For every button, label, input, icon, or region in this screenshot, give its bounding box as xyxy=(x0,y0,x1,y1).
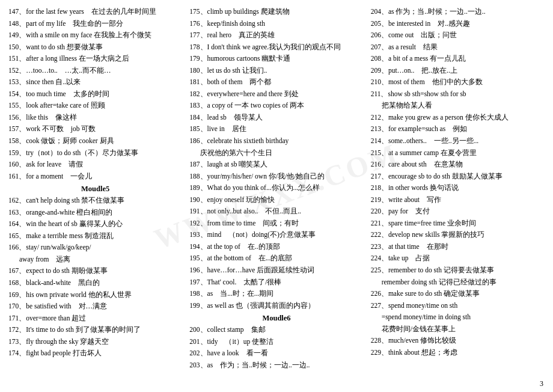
list-item: 174、fight bad people 打击坏人 xyxy=(8,348,182,360)
list-item: 228、much/even 修饰比较级 xyxy=(371,335,545,347)
list-item: 195、at the bottom of 在...的底部 xyxy=(189,253,363,265)
list-item: 152、…too…to.. …太..而不能… xyxy=(8,65,182,77)
list-item: 206、come out 出版；问世 xyxy=(371,29,545,41)
list-item: 192、from time to time 间或；有时 xyxy=(189,218,363,230)
list-item: 224、take up 占据 xyxy=(371,253,545,265)
list-item: 226、make sure to do sth 确定做某事 xyxy=(371,288,545,300)
list-item: 把某物给某人看 xyxy=(371,100,545,112)
list-item: 213、for example=such as 例如 xyxy=(371,123,545,135)
list-item: 179、humorous cartoons 幽默卡通 xyxy=(189,53,363,65)
list-item: 165、make a terrible mess 制造混乱 xyxy=(8,230,182,242)
list-item: 193、mind （not）doing(不)介意做某事 xyxy=(189,229,363,241)
module-title: Moudle5 xyxy=(8,185,182,194)
list-item: 198、as 当...时；在...期间 xyxy=(189,288,363,300)
list-item: 花费时间/金钱在某事上 xyxy=(371,323,545,335)
list-item: 215、at a summer camp 在夏令营里 xyxy=(371,147,545,159)
list-item: 157、work 不可数 job 可数 xyxy=(8,123,182,135)
page-number: 3 xyxy=(540,379,543,388)
list-item: 189、What do you think of...你认为...怎么样 xyxy=(189,182,363,194)
list-item: 177、real hero 真正的英雄 xyxy=(189,29,363,41)
list-item: 161、for a moment 一会儿 xyxy=(8,171,182,183)
list-item: 166、stay/ run/walk/go/keep/ xyxy=(8,242,182,254)
list-item: 214、some..others.. 一些..另一些... xyxy=(371,135,545,147)
list-item: 203、as 作为；当..时候；一边..一边.. xyxy=(189,360,363,372)
list-item: 156、like this 像这样 xyxy=(8,112,182,124)
list-item: 216、care about sth 在意某物 xyxy=(371,159,545,171)
list-item: 182、everywhere=here and there 到处 xyxy=(189,88,363,100)
list-item: 225、remember to do sth 记得要去做某事 xyxy=(371,265,545,277)
list-item: 194、at the top of 在..的顶部 xyxy=(189,241,363,253)
list-item: 212、make you grew as a person 使你长大成人 xyxy=(371,112,545,124)
list-item: 149、with a smile on my face 在我脸上有个微笑 xyxy=(8,29,182,41)
list-item: 183、a copy of 一本 two copies of 两本 xyxy=(189,100,363,112)
list-item: 188、your/my/his/her/ own 你/我/他/她自己的 xyxy=(189,171,363,183)
list-item: 176、keep/finish doing sth xyxy=(189,18,363,30)
list-item: 197、That' cool. 太酷了/很棒 xyxy=(189,277,363,289)
list-item: 172、It's time to do sth 到了做某事的时间了 xyxy=(8,324,182,336)
list-item: 209、put…on.. 把..放在..上 xyxy=(371,65,545,77)
list-item: 199、as well as 也（强调其前面的内容） xyxy=(189,300,363,312)
list-item: 153、since then 自..以来 xyxy=(8,76,182,88)
column-1: 147、for the last few years 在过去的几年时间里148、… xyxy=(8,6,186,371)
list-item: 200、collect stamp 集邮 xyxy=(189,324,363,336)
list-item: 207、as a result 结果 xyxy=(371,41,545,54)
list-item: 220、pay for 支付 xyxy=(371,206,545,218)
module-title: Moudle6 xyxy=(189,314,363,323)
column-2: 175、climb up buildings 爬建筑物176、keep/fini… xyxy=(186,6,367,371)
list-item: 170、be satisfied with 对…满意 xyxy=(8,301,182,313)
list-item: 185、live in 居住 xyxy=(189,123,363,135)
list-item: 222、develop new skills 掌握新的技巧 xyxy=(371,229,545,241)
list-item: 211、show sb sth=show sth for sb xyxy=(371,88,545,100)
list-item: 168、black-and-white 黑白的 xyxy=(8,277,182,289)
list-item: 227、spend money/time on sth xyxy=(371,300,545,312)
list-item: 167、expect to do sth 期盼做某事 xyxy=(8,265,182,277)
list-item: away from 远离 xyxy=(8,254,182,266)
list-item: 庆祝他的第六十个生日 xyxy=(189,147,363,159)
list-item: 218、in other words 换句话说 xyxy=(371,182,545,194)
list-item: 173、fly through the sky 穿越天空 xyxy=(8,336,182,348)
list-item: remember doing sth 记得已经做过的事 xyxy=(371,277,545,289)
list-item: 175、climb up buildings 爬建筑物 xyxy=(189,6,363,18)
list-item: 155、look after=take care of 照顾 xyxy=(8,100,182,112)
list-item: 159、try（not）to do sth（不）尽力做某事 xyxy=(8,147,182,159)
column-3: 204、as 作为；当..时候；一边..一边..205、be intereste… xyxy=(367,6,545,371)
list-item: 217、encourage sb to do sth 鼓励某人做某事 xyxy=(371,171,545,183)
list-item: 219、write about 写作 xyxy=(371,194,545,206)
list-item: 178、I don't think we agree.我认为我们的观点不同 xyxy=(189,41,363,54)
list-item: 154、too much time 太多的时间 xyxy=(8,88,182,100)
list-item: 229、think about 想起；考虑 xyxy=(371,347,545,359)
list-item: 148、part of my life 我生命的一部分 xyxy=(8,18,182,30)
list-item: 160、ask for leave 请假 xyxy=(8,159,182,171)
list-item: 181、both of them 两个都 xyxy=(189,76,363,88)
list-item: 186、celebrate his sixtieth birthday xyxy=(189,135,363,147)
list-item: 204、as 作为；当..时候；一边..一边.. xyxy=(371,6,545,18)
list-item: 223、at that time 在那时 xyxy=(371,241,545,253)
list-item: 184、lead sb 领导某人 xyxy=(189,112,363,124)
list-item: 164、win the heart of sb 赢得某人的心 xyxy=(8,218,182,230)
list-item: 151、after a long illness 在一场大病之后 xyxy=(8,53,182,65)
list-item: 205、be interested in 对..感兴趣 xyxy=(371,18,545,30)
list-item: 171、over=more than 超过 xyxy=(8,313,182,325)
list-item: 162、can't help doing sth 禁不住做某事 xyxy=(8,195,182,207)
list-item: 208、a bit of a mess 有一点儿乱 xyxy=(371,53,545,65)
list-item: 196、have…for…have 后面跟延续性动词 xyxy=(189,265,363,277)
list-item: 191、not only..but also.. 不但..而且.. xyxy=(189,206,363,218)
list-item: =spend money/time in doing sth xyxy=(371,311,545,323)
page-container: 147、for the last few years 在过去的几年时间里148、… xyxy=(8,6,545,371)
list-item: 221、spare time=free time 业余时间 xyxy=(371,218,545,230)
list-item: 187、laugh at sb 嘲笑某人 xyxy=(189,159,363,171)
list-item: 158、cook 做饭；厨师 cooker 厨具 xyxy=(8,135,182,147)
list-item: 150、want to do sth 想要做某事 xyxy=(8,41,182,54)
list-item: 201、tidy （it）up 使整洁 xyxy=(189,336,363,348)
list-item: 180、let us do sth 让我们.. xyxy=(189,65,363,77)
list-item: 163、orange-and-white 橙白相间的 xyxy=(8,207,182,219)
list-item: 190、enjoy oneself 玩的愉快 xyxy=(189,194,363,206)
list-item: 169、his own private world 他的私人世界 xyxy=(8,289,182,301)
list-item: 202、have a look 看一看 xyxy=(189,348,363,360)
list-item: 147、for the last few years 在过去的几年时间里 xyxy=(8,6,182,18)
list-item: 210、most of them 他们中的大多数 xyxy=(371,76,545,88)
